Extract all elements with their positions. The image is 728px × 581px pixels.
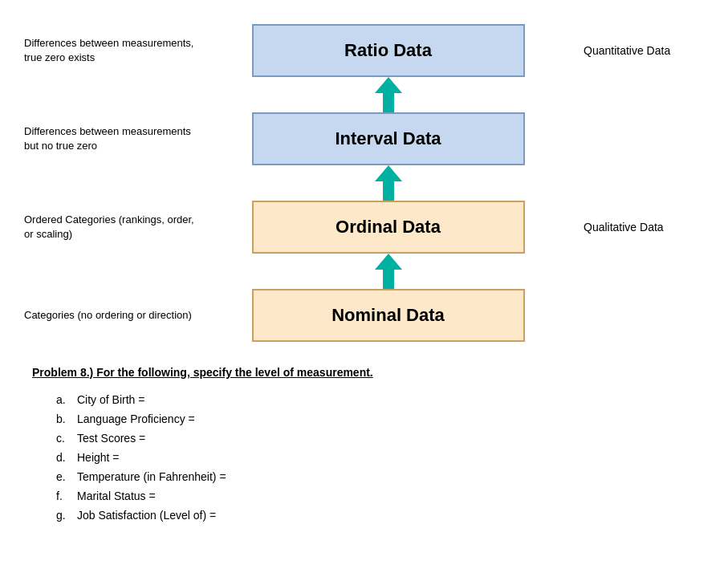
- ordinal-row: Ordered Categories (rankings, order, or …: [24, 201, 704, 254]
- interval-left-label: Differences between measurements but no …: [24, 124, 209, 153]
- list-label-a: a.: [56, 393, 72, 406]
- list-text-e: Temperature (in Fahrenheit) =: [77, 470, 226, 483]
- list-text-g: Job Satisfaction (Level of) =: [77, 509, 216, 522]
- list-label-e: e.: [56, 470, 72, 483]
- list-text-f: Marital Status =: [77, 490, 156, 502]
- list-label-c: c.: [56, 432, 72, 445]
- arrow-up-2: [375, 165, 402, 201]
- list-text-d: Height =: [77, 451, 120, 464]
- ordinal-right-label: Qualitative Data: [567, 221, 704, 234]
- nominal-box: Nominal Data: [252, 289, 525, 342]
- interval-box-area: Interval Data: [209, 112, 567, 165]
- ratio-left-label: Differences between measurements, true z…: [24, 36, 209, 65]
- list-text-c: Test Scores =: [77, 432, 145, 445]
- list-label-f: f.: [56, 490, 72, 502]
- ratio-box-area: Ratio Data: [209, 24, 567, 77]
- ratio-right-label: Quantitative Data: [567, 44, 704, 57]
- list-item: d. Height =: [56, 451, 696, 464]
- interval-box: Interval Data: [252, 112, 525, 165]
- list-item: a. City of Birth =: [56, 393, 696, 406]
- interval-row: Differences between measurements but no …: [24, 112, 704, 165]
- list-text-a: City of Birth =: [77, 393, 144, 406]
- arrow-ordinal-nominal: [24, 254, 704, 289]
- svg-marker-2: [375, 254, 402, 289]
- list-item: f. Marital Status =: [56, 490, 696, 502]
- arrow-up-1: [375, 77, 402, 112]
- list-label-d: d.: [56, 451, 72, 464]
- svg-marker-1: [375, 165, 402, 201]
- arrow-ratio-interval: [24, 77, 704, 112]
- nominal-left-label: Categories (no ordering or direction): [24, 308, 209, 323]
- list-text-b: Language Proficiency =: [77, 412, 195, 425]
- problem-title: Problem 8.) For the following, specify t…: [32, 366, 696, 379]
- list-label-b: b.: [56, 412, 72, 425]
- list-item: e. Temperature (in Fahrenheit) =: [56, 470, 696, 483]
- svg-marker-0: [375, 77, 402, 112]
- ordinal-left-label: Ordered Categories (rankings, order, or …: [24, 213, 209, 242]
- list-item: g. Job Satisfaction (Level of) =: [56, 509, 696, 522]
- list-item: c. Test Scores =: [56, 432, 696, 445]
- ratio-row: Differences between measurements, true z…: [24, 24, 704, 77]
- ordinal-box: Ordinal Data: [252, 201, 525, 254]
- nominal-row: Categories (no ordering or direction) No…: [24, 289, 704, 342]
- ratio-box: Ratio Data: [252, 24, 525, 77]
- arrow-up-3: [375, 254, 402, 289]
- problem-section: Problem 8.) For the following, specify t…: [24, 366, 704, 522]
- nominal-box-area: Nominal Data: [209, 289, 567, 342]
- list-item: b. Language Proficiency =: [56, 412, 696, 425]
- diagram-container: Differences between measurements, true z…: [24, 16, 704, 342]
- arrow-interval-ordinal: [24, 165, 704, 201]
- problem-list: a. City of Birth = b. Language Proficien…: [32, 393, 696, 522]
- list-label-g: g.: [56, 509, 72, 522]
- ordinal-box-area: Ordinal Data: [209, 201, 567, 254]
